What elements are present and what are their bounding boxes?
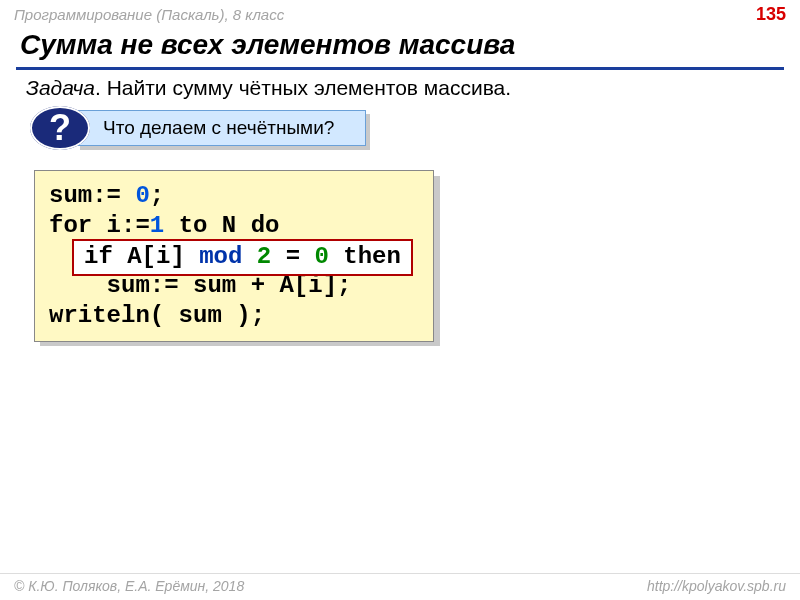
code-l5: writeln( sum ); xyxy=(49,302,265,329)
callout-text: Что делаем с нечётными? xyxy=(103,117,334,139)
ov-c: then xyxy=(329,243,401,270)
code-l2b: to N do xyxy=(164,212,279,239)
code-overlay: if A[i] mod 2 = 0 then xyxy=(72,239,413,276)
footer-right: http://kpolyakov.spb.ru xyxy=(647,578,786,594)
ov-kw: mod xyxy=(199,243,242,270)
task-text: . Найти сумму чётных элементов массива. xyxy=(95,76,511,99)
footer-left: © К.Ю. Поляков, Е.А. Ерёмин, 2018 xyxy=(14,578,244,594)
code-l1-num: 0 xyxy=(135,182,149,209)
page-number: 135 xyxy=(756,4,786,25)
code-l1b: ; xyxy=(150,182,164,209)
ov-z: 0 xyxy=(314,243,328,270)
ov-b: = xyxy=(271,243,314,270)
course-label: Программирование (Паскаль), 8 класс xyxy=(14,6,284,23)
code-l2a: for i:= xyxy=(49,212,150,239)
ov-n: 2 xyxy=(257,243,271,270)
code-l4: sum:= sum + A[i]; xyxy=(49,272,351,299)
topbar: Программирование (Паскаль), 8 класс 135 xyxy=(0,0,800,27)
code-l1a: sum:= xyxy=(49,182,135,209)
page-title: Сумма не всех элементов массива xyxy=(16,27,784,70)
ov-sp1 xyxy=(242,243,256,270)
code-l2-num: 1 xyxy=(150,212,164,239)
footer: © К.Ю. Поляков, Е.А. Ерёмин, 2018 http:/… xyxy=(0,573,800,600)
code-block-wrap: sum:= 0; for i:=1 to N do sum:= sum + A[… xyxy=(34,170,434,342)
task-label: Задача xyxy=(26,76,95,99)
ov-a: if A[i] xyxy=(84,243,199,270)
question-icon: ? xyxy=(30,106,90,150)
task-line: Задача. Найти сумму чётных элементов мас… xyxy=(26,76,782,100)
callout-box: Что делаем с нечётными? xyxy=(76,110,366,146)
callout: ? Что делаем с нечётными? xyxy=(30,108,800,160)
